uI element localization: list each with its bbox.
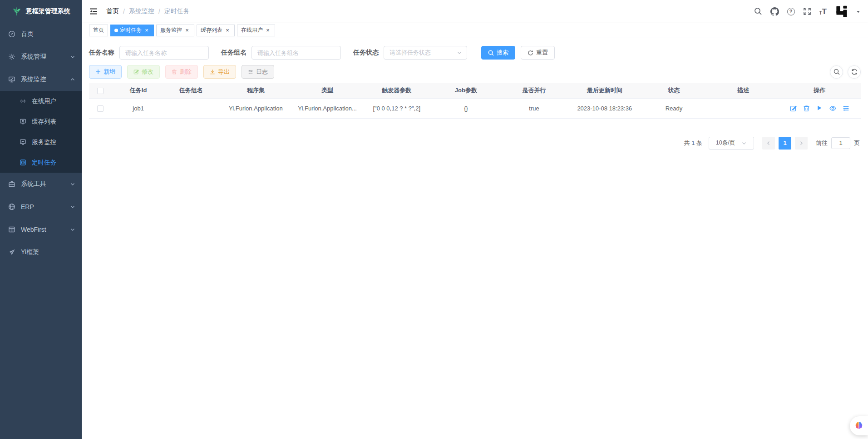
sidebar-item-label: 系统工具 — [21, 180, 46, 188]
breadcrumb-home[interactable]: 首页 — [106, 7, 119, 15]
app-logo[interactable]: 意框架管理系统 — [0, 0, 82, 23]
next-page-button[interactable] — [795, 137, 808, 150]
column-header[interactable]: Job参数 — [433, 83, 499, 98]
fullscreen-icon[interactable] — [803, 7, 812, 16]
sidebar-item-service-monitor[interactable]: 服务监控 — [0, 132, 82, 152]
column-header[interactable]: 操作 — [779, 83, 861, 98]
header-search-icon[interactable] — [754, 7, 763, 16]
tab-label: 缓存列表 — [201, 26, 222, 34]
app-title: 意框架管理系统 — [26, 7, 70, 15]
column-header[interactable]: 最后更新时间 — [569, 83, 640, 98]
goto-label: 前往 — [816, 139, 828, 147]
globe-icon — [8, 203, 15, 210]
row-run-icon[interactable] — [816, 105, 823, 112]
tab-close-icon[interactable]: × — [224, 27, 231, 34]
trash-icon — [172, 69, 177, 75]
search-icon — [488, 50, 494, 56]
column-header[interactable]: 程序集 — [217, 83, 294, 98]
row-edit-icon[interactable] — [790, 105, 797, 112]
column-header[interactable]: 触发器参数 — [360, 83, 433, 98]
delete-button[interactable]: 删除 — [165, 65, 198, 79]
row-view-icon[interactable] — [829, 105, 836, 112]
column-header[interactable]: 任务组名 — [165, 83, 217, 98]
column-header[interactable]: 类型 — [294, 83, 360, 98]
task-name-input[interactable] — [119, 46, 209, 60]
chevron-down-icon — [741, 140, 747, 146]
sidebar-item-label: 首页 — [21, 30, 34, 38]
show-search-toggle-button[interactable] — [830, 65, 843, 79]
column-header[interactable]: 描述 — [708, 83, 779, 98]
goto-page-input[interactable] — [831, 137, 850, 149]
cell-task-id: job1 — [112, 98, 165, 118]
row-log-icon[interactable] — [843, 105, 849, 112]
sidebar-item-home[interactable]: 首页 — [0, 23, 82, 45]
sidebar-item-erp[interactable]: ERP — [0, 195, 82, 218]
column-header[interactable]: 任务Id — [112, 83, 165, 98]
help-icon[interactable]: ? — [787, 7, 795, 16]
column-header[interactable]: 是否并行 — [499, 83, 569, 98]
task-status-select[interactable]: 请选择任务状态 — [384, 46, 467, 60]
tab-cache-list[interactable]: 缓存列表 × — [197, 25, 235, 36]
sidebar-item-yi-framework[interactable]: Yi框架 — [0, 241, 82, 264]
brain-icon — [853, 421, 864, 431]
page-size-value: 10条/页 — [716, 139, 735, 147]
sidebar-collapse-icon[interactable] — [89, 7, 98, 16]
cell-trigger-params: ["0 0 0,12 ? * ?",2] — [360, 98, 433, 118]
sidebar-item-system-management[interactable]: 系统管理 — [0, 45, 82, 68]
plus-icon — [95, 69, 101, 75]
user-avatar[interactable] — [834, 4, 851, 19]
search-button[interactable]: 搜索 — [481, 46, 515, 60]
chevron-left-icon — [766, 140, 771, 146]
tab-close-icon[interactable]: × — [143, 27, 150, 34]
log-button[interactable]: 日志 — [242, 65, 274, 79]
cell-type: Yi.Furion.Application... — [294, 98, 360, 118]
row-checkbox[interactable] — [97, 105, 104, 112]
tab-service-monitor[interactable]: 服务监控 × — [156, 25, 194, 36]
search-icon — [833, 69, 840, 75]
column-header[interactable]: 状态 — [640, 83, 708, 98]
page-size-select[interactable]: 10条/页 — [709, 137, 754, 150]
sidebar-item-cache-list[interactable]: 缓存列表 — [0, 111, 82, 132]
sidebar-item-label: 系统监控 — [21, 75, 46, 84]
font-size-icon[interactable]: TT — [819, 8, 827, 15]
tags-view-bar: 首页 定时任务 × 服务监控 × 缓存列表 × 在线用户 × — [82, 23, 868, 38]
tab-online-users[interactable]: 在线用户 × — [237, 25, 275, 36]
prev-page-button[interactable] — [762, 137, 775, 150]
app-window: 意框架管理系统 首页 系统管理 — [0, 0, 868, 439]
tasks-table: 任务Id 任务组名 程序集 类型 触发器参数 Job参数 是否并行 最后更新时间… — [89, 83, 861, 119]
page-unit-label: 页 — [854, 139, 860, 147]
edit-button[interactable]: 修改 — [127, 65, 160, 79]
row-delete-icon[interactable] — [803, 105, 810, 112]
tab-scheduled-tasks[interactable]: 定时任务 × — [110, 25, 154, 36]
add-button[interactable]: 新增 — [89, 65, 122, 79]
sidebar-item-system-tools[interactable]: 系统工具 — [0, 173, 82, 195]
tab-close-icon[interactable]: × — [265, 27, 271, 34]
select-all-checkbox[interactable] — [97, 88, 104, 94]
export-button[interactable]: 导出 — [203, 65, 236, 79]
reset-button[interactable]: 重置 — [521, 46, 555, 60]
cell-status: Ready — [640, 98, 708, 118]
table-toolbar: 新增 修改 删除 导出 日志 — [89, 65, 861, 79]
cache-list-icon — [19, 118, 26, 125]
select-placeholder: 请选择任务状态 — [390, 49, 457, 57]
cell-updated-at: 2023-10-08 18:23:36 — [569, 98, 640, 118]
task-group-input[interactable] — [252, 46, 341, 60]
task-group-label: 任务组名 — [221, 49, 247, 57]
sidebar-item-label: 服务监控 — [32, 138, 56, 146]
tab-close-icon[interactable]: × — [184, 27, 190, 34]
sidebar-item-label: 定时任务 — [32, 159, 56, 167]
page-number-1[interactable]: 1 — [779, 137, 791, 150]
tab-label: 服务监控 — [160, 26, 182, 34]
sidebar-item-scheduled-tasks[interactable]: 定时任务 — [0, 152, 82, 173]
sidebar-item-system-monitor[interactable]: 系统监控 — [0, 68, 82, 91]
refresh-table-button[interactable] — [848, 65, 861, 79]
table-row[interactable]: job1 Yi.Furion.Application Yi.Furion.App… — [89, 98, 861, 118]
sidebar-item-online-users[interactable]: 在线用户 — [0, 91, 82, 111]
github-icon[interactable] — [770, 7, 779, 16]
sidebar-item-webfirst[interactable]: WebFirst — [0, 218, 82, 241]
avatar-caret-icon[interactable] — [856, 9, 861, 14]
chevron-down-icon — [70, 181, 75, 187]
breadcrumb: 首页 / 系统监控 / 定时任务 — [106, 7, 190, 15]
tab-home[interactable]: 首页 — [89, 25, 108, 36]
ai-assistant-button[interactable] — [850, 416, 868, 435]
